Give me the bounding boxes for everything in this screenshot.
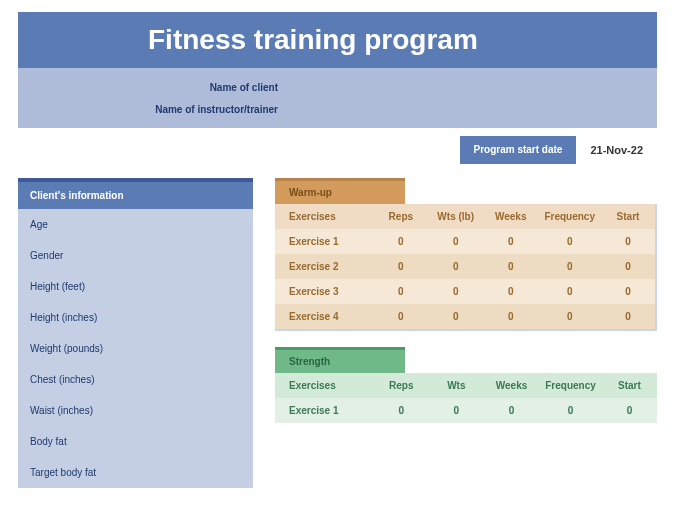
table-row: Exercise 3 0 0 0 0 0	[275, 279, 656, 304]
exercise-name: Exercise 1	[275, 398, 374, 423]
warmup-table: Exercises Reps Wts (lb) Weeks Frequency …	[275, 204, 657, 331]
cell: 0	[373, 304, 428, 330]
exercise-name: Exercise 3	[275, 279, 373, 304]
client-info-row: Height (inches)	[18, 302, 253, 333]
cell: 0	[601, 279, 656, 304]
client-info-row: Gender	[18, 240, 253, 271]
cell: 0	[373, 254, 428, 279]
cell: 0	[373, 229, 428, 254]
cell: 0	[428, 254, 483, 279]
cell: 0	[429, 398, 484, 423]
cell: 0	[601, 304, 656, 330]
cell: 0	[538, 304, 601, 330]
cell: 0	[428, 229, 483, 254]
cell: 0	[483, 279, 538, 304]
client-info-header: Client's information	[18, 182, 253, 209]
cell: 0	[484, 398, 539, 423]
col-header: Start	[601, 204, 656, 229]
exercise-name: Exercise 4	[275, 304, 373, 330]
col-header: Exercises	[275, 204, 373, 229]
cell: 0	[602, 398, 657, 423]
table-row: Exercise 2 0 0 0 0 0	[275, 254, 656, 279]
client-info-row: Target body fat	[18, 457, 253, 488]
cell: 0	[601, 229, 656, 254]
col-header: Start	[602, 373, 657, 398]
cell: 0	[601, 254, 656, 279]
col-header: Weeks	[483, 204, 538, 229]
client-info-body: Age Gender Height (feet) Height (inches)…	[18, 209, 253, 488]
col-header: Wts (lb)	[428, 204, 483, 229]
program-start-value: 21-Nov-22	[576, 136, 657, 164]
client-info-row: Body fat	[18, 426, 253, 457]
cell: 0	[483, 254, 538, 279]
table-row: Exercise 1 0 0 0 0 0	[275, 229, 656, 254]
warmup-title: Warm-up	[275, 181, 405, 204]
cell: 0	[538, 279, 601, 304]
col-header: Reps	[374, 373, 429, 398]
table-row: Exercise 1 0 0 0 0 0	[275, 398, 657, 423]
cell: 0	[538, 229, 601, 254]
client-name-label: Name of client	[18, 82, 298, 93]
col-header: Weeks	[484, 373, 539, 398]
exercise-name: Exercise 2	[275, 254, 373, 279]
page-title: Fitness training program	[18, 12, 657, 68]
client-info-row: Weight (pounds)	[18, 333, 253, 364]
cell: 0	[374, 398, 429, 423]
client-name-section: Name of client Name of instructor/traine…	[18, 68, 657, 128]
strength-table: Exercises Reps Wts Weeks Frequency Start…	[275, 373, 657, 423]
program-start-row: Program start date 21-Nov-22	[18, 136, 657, 164]
cell: 0	[428, 279, 483, 304]
cell: 0	[483, 229, 538, 254]
table-row: Exercise 4 0 0 0 0 0	[275, 304, 656, 330]
exercise-name: Exercise 1	[275, 229, 373, 254]
cell: 0	[373, 279, 428, 304]
client-info-row: Chest (inches)	[18, 364, 253, 395]
col-header: Reps	[373, 204, 428, 229]
client-info-row: Waist (inches)	[18, 395, 253, 426]
col-header: Wts	[429, 373, 484, 398]
cell: 0	[539, 398, 602, 423]
trainer-name-label: Name of instructor/trainer	[18, 104, 298, 115]
cell: 0	[538, 254, 601, 279]
cell: 0	[428, 304, 483, 330]
strength-title: Strength	[275, 350, 405, 373]
col-header: Frequency	[538, 204, 601, 229]
program-start-label: Program start date	[460, 136, 577, 164]
client-info-row: Height (feet)	[18, 271, 253, 302]
cell: 0	[483, 304, 538, 330]
client-info-row: Age	[18, 209, 253, 240]
col-header: Frequency	[539, 373, 602, 398]
col-header: Exercises	[275, 373, 374, 398]
